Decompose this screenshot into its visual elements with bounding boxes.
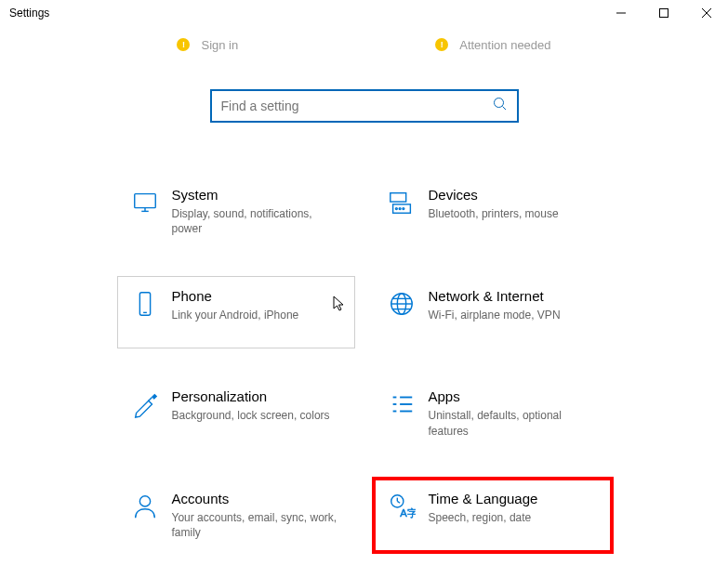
tile-desc: Speech, region, date — [429, 510, 600, 525]
svg-rect-1 — [660, 9, 668, 18]
tile-personalization[interactable]: Personalization Background, lock screen,… — [117, 376, 355, 450]
svg-line-31 — [397, 501, 400, 503]
window-controls — [600, 0, 728, 26]
tile-phone[interactable]: Phone Link your Android, iPhone — [117, 276, 355, 348]
tile-time-language[interactable]: A字 Time & Language Speech, region, date — [374, 479, 612, 552]
svg-point-13 — [402, 208, 404, 210]
search-icon — [493, 97, 508, 115]
minimize-button[interactable] — [600, 0, 642, 26]
tile-title: Network & Internet — [429, 288, 600, 304]
tile-desc: Link your Android, iPhone — [172, 308, 343, 322]
devices-icon — [388, 187, 429, 236]
tile-title: Personalization — [172, 388, 343, 404]
tile-accounts[interactable]: Accounts Your accounts, email, sync, wor… — [117, 479, 355, 552]
search-box[interactable] — [210, 89, 519, 123]
svg-rect-14 — [139, 293, 150, 315]
system-icon — [131, 187, 172, 236]
tile-desc: Display, sound, notifications, power — [172, 206, 343, 236]
tile-desc: Wi-Fi, airplane mode, VPN — [429, 308, 600, 322]
status-signin-label: Sign in — [201, 38, 238, 52]
status-signin[interactable]: ! Sign in — [177, 38, 238, 52]
warning-icon: ! — [177, 38, 190, 51]
svg-rect-9 — [390, 193, 405, 202]
tile-title: Accounts — [172, 491, 343, 506]
svg-line-5 — [502, 107, 506, 111]
svg-point-4 — [494, 99, 503, 108]
maximize-button[interactable] — [642, 0, 685, 26]
tile-desc: Your accounts, email, sync, work, family — [172, 510, 343, 540]
tile-title: Phone — [172, 288, 343, 304]
status-attention-label: Attention needed — [459, 38, 550, 52]
warning-icon: ! — [435, 38, 448, 51]
status-row: ! Sign in ! Attention needed — [0, 26, 728, 63]
tile-desc: Background, lock screen, colors — [172, 408, 343, 423]
status-attention[interactable]: ! Attention needed — [435, 38, 550, 52]
window-title: Settings — [9, 7, 600, 20]
svg-text:A字: A字 — [400, 507, 416, 519]
svg-point-11 — [395, 208, 397, 210]
tile-title: Apps — [429, 388, 600, 404]
tile-apps[interactable]: Apps Uninstall, defaults, optional featu… — [374, 376, 612, 450]
settings-grid: System Display, sound, notifications, po… — [117, 175, 612, 552]
tile-system[interactable]: System Display, sound, notifications, po… — [117, 175, 355, 248]
network-icon — [388, 288, 429, 336]
svg-point-12 — [399, 208, 401, 210]
content: System Display, sound, notifications, po… — [0, 63, 728, 552]
personalization-icon — [131, 388, 172, 438]
tile-devices[interactable]: Devices Bluetooth, printers, mouse — [374, 175, 612, 248]
search-input[interactable] — [221, 99, 493, 113]
tile-title: System — [172, 187, 343, 203]
tile-desc: Bluetooth, printers, mouse — [429, 206, 600, 221]
apps-icon — [388, 388, 429, 438]
tile-title: Devices — [429, 187, 600, 203]
svg-point-28 — [139, 496, 150, 506]
tile-network[interactable]: Network & Internet Wi-Fi, airplane mode,… — [374, 276, 612, 348]
accounts-icon — [131, 491, 172, 540]
svg-rect-6 — [134, 194, 155, 208]
titlebar: Settings — [0, 0, 728, 26]
phone-icon — [131, 288, 172, 336]
svg-line-21 — [148, 398, 152, 401]
close-button[interactable] — [685, 0, 728, 26]
time-language-icon: A字 — [388, 491, 429, 525]
tile-title: Time & Language — [429, 491, 600, 506]
tile-desc: Uninstall, defaults, optional features — [429, 408, 600, 438]
